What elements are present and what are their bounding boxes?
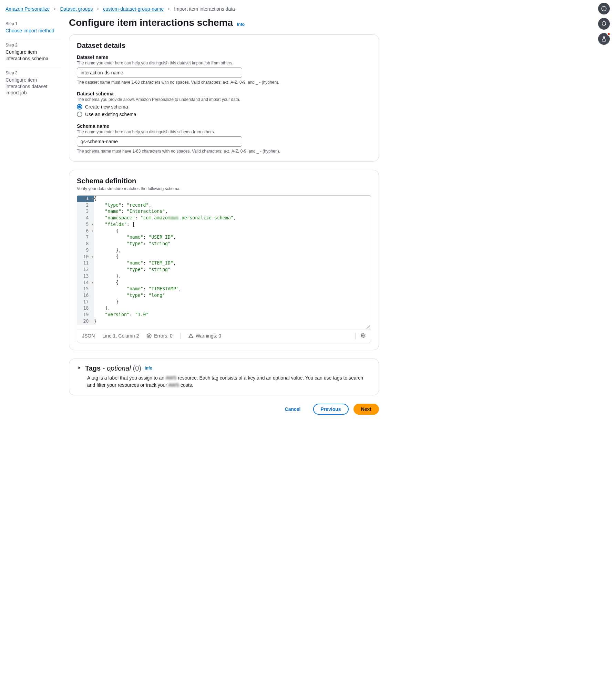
dataset-schema-label: Dataset schema: [77, 91, 371, 96]
radio-label: Create new schema: [85, 104, 128, 110]
breadcrumb-current: Import item interactions data: [174, 6, 235, 12]
page-title: Configure item interactions schema: [69, 17, 233, 28]
step-title: Choose import method: [6, 28, 61, 34]
tags-panel: Tags - optional (0) Info A tag is a labe…: [69, 359, 379, 395]
step-num: Step 2: [6, 43, 61, 48]
step-num: Step 1: [6, 21, 61, 26]
code-line[interactable]: 15 "name": "TIMESTAMP",: [77, 286, 371, 292]
step-3: Step 3 Configure item interactions datas…: [6, 67, 61, 101]
step-2: Step 2 Configure item interactions schem…: [6, 39, 61, 67]
tags-description: A tag is a label that you assign to an A…: [77, 374, 371, 389]
help-button[interactable]: [598, 3, 610, 14]
code-line[interactable]: 7 "name": "USER_ID",: [77, 234, 371, 241]
cancel-button[interactable]: Cancel: [277, 404, 308, 415]
notification-dot: [607, 32, 610, 36]
code-line[interactable]: 20}: [77, 318, 371, 325]
editor-status-bar: JSON Line 1, Column 2 Errors: 0 Warnings…: [77, 330, 371, 342]
code-line[interactable]: 2 "type": "record",: [77, 202, 371, 209]
security-button[interactable]: [598, 18, 610, 30]
tags-title: Tags - optional (0): [85, 364, 141, 372]
code-line[interactable]: 1▾{: [77, 196, 371, 202]
panel-subtitle: Verify your data structure matches the f…: [77, 186, 371, 191]
editor-settings-button[interactable]: [355, 333, 366, 339]
breadcrumb-group-name[interactable]: custom-dataset-group-name: [103, 6, 164, 12]
code-line[interactable]: 10▾ {: [77, 254, 371, 260]
svg-marker-9: [79, 366, 81, 369]
resize-handle[interactable]: [77, 325, 371, 330]
schema-name-label: Schema name: [77, 123, 371, 129]
editor-language: JSON: [82, 333, 95, 339]
schema-name-desc: The name you enter here can help you dis…: [77, 129, 371, 134]
radio-create-new-schema[interactable]: Create new schema: [77, 104, 371, 110]
code-line[interactable]: 3 "name": "Interactions",: [77, 208, 371, 215]
dataset-name-desc: The name you enter here can help you dis…: [77, 61, 371, 65]
code-line[interactable]: 5▾ "fields": [: [77, 221, 371, 228]
svg-point-8: [362, 335, 364, 336]
editor-cursor: Line 1, Column 2: [102, 333, 139, 339]
page-info-link[interactable]: Info: [237, 22, 245, 27]
code-line[interactable]: 9 },: [77, 247, 371, 254]
code-editor[interactable]: 1▾{2 "type": "record",3 "name": "Interac…: [77, 195, 371, 342]
step-1[interactable]: Step 1 Choose import method: [6, 18, 61, 39]
breadcrumb-dataset-groups[interactable]: Dataset groups: [60, 6, 93, 12]
code-line[interactable]: 18 ],: [77, 305, 371, 312]
code-line[interactable]: 4 "namespace": "com.amazonaws.personaliz…: [77, 215, 371, 221]
breadcrumb: Amazon Personalize Dataset groups custom…: [0, 0, 616, 12]
breadcrumb-root[interactable]: Amazon Personalize: [6, 6, 50, 12]
code-line[interactable]: 8 "type": "string": [77, 241, 371, 247]
code-line[interactable]: 12 "type": "string": [77, 267, 371, 273]
code-line[interactable]: 6▾ {: [77, 228, 371, 235]
dataset-name-help: The dataset name must have 1-63 characte…: [77, 80, 371, 85]
code-line[interactable]: 14▾ {: [77, 280, 371, 286]
radio-input[interactable]: [77, 104, 82, 110]
previous-button[interactable]: Previous: [313, 404, 349, 415]
editor-errors: Errors: 0: [146, 333, 173, 339]
radio-use-existing-schema[interactable]: Use an existing schema: [77, 112, 371, 117]
code-line[interactable]: 13 },: [77, 273, 371, 280]
wizard-steps: Step 1 Choose import method Step 2 Confi…: [6, 16, 61, 418]
chevron-right-icon: [53, 6, 57, 12]
dataset-name-input[interactable]: [77, 68, 242, 78]
chevron-right-icon: [167, 6, 171, 12]
code-line[interactable]: 19 "version": "1.0": [77, 312, 371, 318]
radio-label: Use an existing schema: [85, 112, 136, 117]
schema-name-input[interactable]: [77, 136, 242, 147]
code-line[interactable]: 16 "type": "long": [77, 292, 371, 299]
wizard-footer: Cancel Previous Next: [69, 404, 379, 415]
step-title: Configure item interactions schema: [6, 49, 61, 62]
code-line[interactable]: 17 }: [77, 299, 371, 305]
schema-definition-panel: Schema definition Verify your data struc…: [69, 170, 379, 350]
chevron-right-icon: [96, 6, 100, 12]
panel-title: Schema definition: [77, 177, 371, 185]
code-line[interactable]: 11 "name": "ITEM_ID",: [77, 260, 371, 267]
editor-warnings: Warnings: 0: [188, 333, 221, 339]
step-num: Step 3: [6, 71, 61, 75]
dataset-details-panel: Dataset details Dataset name The name yo…: [69, 34, 379, 162]
schema-name-help: The schema name must have 1-63 character…: [77, 149, 371, 154]
dataset-name-label: Dataset name: [77, 54, 371, 60]
experiments-button[interactable]: [598, 33, 610, 45]
tags-info-link[interactable]: Info: [145, 366, 152, 371]
caret-right-icon[interactable]: [77, 365, 82, 371]
next-button[interactable]: Next: [353, 404, 379, 415]
dataset-schema-desc: The schema you provide allows Amazon Per…: [77, 97, 371, 102]
radio-input[interactable]: [77, 112, 82, 117]
step-title: Configure item interactions dataset impo…: [6, 77, 61, 96]
panel-title: Dataset details: [77, 42, 371, 50]
